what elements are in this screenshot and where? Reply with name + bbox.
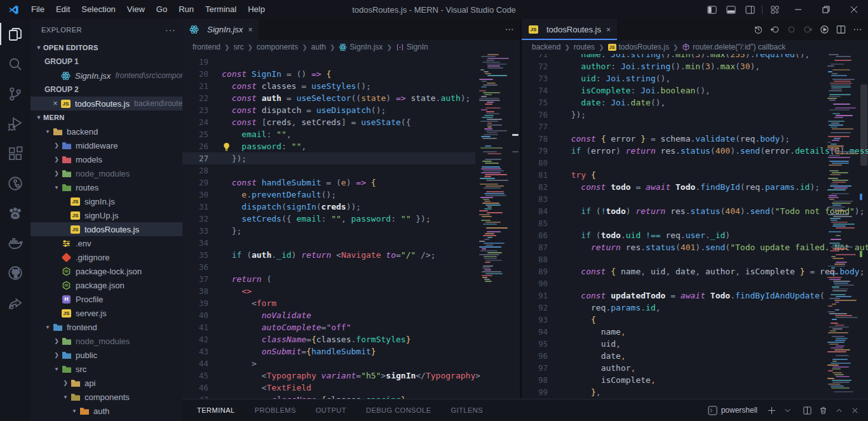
breadcrumb-item[interactable]: SignIn <box>396 43 428 51</box>
menu-run[interactable]: Run <box>173 0 200 19</box>
code-line-92: 92 req.params.id, <box>522 302 824 314</box>
tree-item-node-modules[interactable]: ❯node_modules <box>31 334 182 348</box>
tree-item-components[interactable]: ▼components <box>31 390 182 404</box>
activity-explorer[interactable] <box>0 19 31 49</box>
breadcrumb-item[interactable]: routes <box>574 43 595 51</box>
menu-selection[interactable]: Selection <box>76 0 121 19</box>
menu-file[interactable]: File <box>25 0 50 19</box>
tree-item-package-json[interactable]: package.json <box>31 278 182 292</box>
minimap[interactable] <box>826 54 859 399</box>
ellipsis-icon[interactable] <box>849 22 865 38</box>
activity-search[interactable] <box>0 49 31 79</box>
circleright-icon[interactable] <box>799 22 816 38</box>
playcircle-icon[interactable] <box>816 22 832 38</box>
launch-profile-chevron-icon[interactable] <box>780 403 796 418</box>
panel-tab-output[interactable]: OUTPUT <box>316 406 346 414</box>
close-window-button[interactable] <box>840 0 868 19</box>
tree-item-backend[interactable]: ▼backend <box>31 124 182 138</box>
menu-help[interactable]: Help <box>242 0 271 19</box>
panel-tab-problems[interactable]: PROBLEMS <box>255 406 296 414</box>
lightbulb-icon[interactable] <box>223 142 231 150</box>
activity-docker[interactable] <box>0 228 31 258</box>
tree-item-auth[interactable]: ▼auth <box>31 404 182 418</box>
tree-item-signup-js[interactable]: JSsignUp.js <box>31 208 182 222</box>
tree-item--env[interactable]: .env <box>31 236 182 250</box>
tab-todosroutes.js[interactable]: JStodosRoutes.js× <box>522 19 617 40</box>
panel-tab-debug-console[interactable]: DEBUG CONSOLE <box>366 406 431 414</box>
open-editors-header[interactable]: ▼ OPEN EDITORS <box>31 41 182 55</box>
js-file-icon: JS <box>71 211 80 220</box>
maximize-panel-icon[interactable] <box>831 403 847 418</box>
code-line-22: 22 const auth = useSelector((state) => s… <box>182 92 475 104</box>
activity-source-control[interactable] <box>0 79 31 109</box>
menu-go[interactable]: Go <box>151 0 173 19</box>
customize-layout-icon[interactable] <box>765 0 784 19</box>
terminal-shell-select[interactable]: powershell <box>708 406 757 415</box>
toggle-secondary-sidebar-icon[interactable] <box>740 0 759 19</box>
tree-item-package-lock-json[interactable]: package-lock.json <box>31 264 182 278</box>
activity-github[interactable] <box>0 258 31 288</box>
tree-item-public[interactable]: ❯public <box>31 348 182 362</box>
tree-item-server-js[interactable]: JSserver.js <box>31 306 182 320</box>
tree-item-signin-js[interactable]: JSsignIn.js <box>31 194 182 208</box>
circle-icon[interactable] <box>783 22 799 38</box>
kill-terminal-icon[interactable] <box>815 403 831 418</box>
breadcrumb-item[interactable]: SignIn.jsx <box>339 43 383 51</box>
activity-live-share[interactable] <box>0 288 31 317</box>
tree-item-src[interactable]: ▼src <box>31 362 182 376</box>
close-tab-icon[interactable]: × <box>248 25 252 34</box>
menu-view[interactable]: View <box>121 0 151 19</box>
explorer-more-actions-icon[interactable]: ··· <box>165 25 176 35</box>
workspace-root[interactable]: ▼ MERN <box>31 110 182 124</box>
tree-item-frontend[interactable]: ▼frontend <box>31 320 182 334</box>
breadcrumb-item[interactable]: auth <box>311 43 326 51</box>
toggle-panel-icon[interactable] <box>721 0 740 19</box>
code-line-97: 97 author, <box>522 362 824 374</box>
restore-button[interactable] <box>812 0 840 19</box>
open-editor-item[interactable]: ×JStodosRoutes.jsbackend\routes <box>31 97 182 110</box>
tree-item-routes[interactable]: ▼routes <box>31 180 182 194</box>
scrollbar[interactable] <box>859 54 868 399</box>
panel-tab-gitlens[interactable]: GITLENS <box>451 406 483 414</box>
tree-item-middleware[interactable]: ❯middleware <box>31 138 182 152</box>
new-terminal-icon[interactable] <box>764 403 780 418</box>
toggle-sidebar-icon[interactable] <box>702 0 721 19</box>
minimap[interactable] <box>478 54 511 399</box>
breadcrumb-item[interactable]: frontend <box>193 43 220 51</box>
tree-item-procfile[interactable]: HProcfile <box>31 292 182 306</box>
code-editor[interactable]: 1920const SignIn = () => {21 const class… <box>182 54 520 399</box>
code-line-80: 80 <box>522 157 824 169</box>
code-editor[interactable]: 71 name: Joi.string().min(3).max(255).re… <box>522 54 868 399</box>
ellipsis-icon[interactable] <box>501 22 517 38</box>
menu-edit[interactable]: Edit <box>50 0 76 19</box>
scrollbar[interactable] <box>511 54 520 399</box>
close-panel-icon[interactable] <box>847 403 863 418</box>
split-terminal-icon[interactable] <box>799 403 815 418</box>
breadcrumb-item[interactable]: JStodosRoutes.js <box>608 43 669 51</box>
activity-extensions[interactable] <box>0 138 31 168</box>
menu-terminal[interactable]: Terminal <box>200 0 242 19</box>
activity-git-history[interactable] <box>0 168 31 198</box>
close-tab-icon[interactable]: × <box>606 25 611 34</box>
open-editor-item[interactable]: SignIn.jsxfrontend\src\compon... <box>31 69 182 83</box>
react-icon <box>189 25 200 34</box>
close-editor-icon[interactable]: × <box>50 99 60 108</box>
breadcrumb-item[interactable]: src <box>233 43 243 51</box>
activity-run-and-debug[interactable] <box>0 109 31 138</box>
activity-comate[interactable] <box>0 198 31 228</box>
history-icon[interactable] <box>750 22 766 38</box>
tree-item--gitignore[interactable]: .gitignore <box>31 250 182 264</box>
breadcrumb-item[interactable]: router.delete("/:id") callback <box>682 43 785 51</box>
tab-signin.jsx[interactable]: SignIn.jsx× <box>182 19 259 40</box>
tree-item-api[interactable]: ❯api <box>31 376 182 390</box>
breadcrumb-item[interactable]: components <box>257 43 298 51</box>
tree-item-node-modules[interactable]: ❯node_modules <box>31 166 182 180</box>
tree-item-todosroutes-js[interactable]: JStodosRoutes.js <box>31 222 182 236</box>
circleleft-icon[interactable] <box>766 22 783 38</box>
split-icon[interactable] <box>832 22 849 38</box>
tree-item-models[interactable]: ❯models <box>31 152 182 166</box>
minimize-button[interactable] <box>784 0 812 19</box>
breadcrumb-item[interactable]: backend <box>532 43 560 51</box>
cube-icon <box>682 43 690 51</box>
panel-tab-terminal[interactable]: TERMINAL <box>197 406 235 414</box>
